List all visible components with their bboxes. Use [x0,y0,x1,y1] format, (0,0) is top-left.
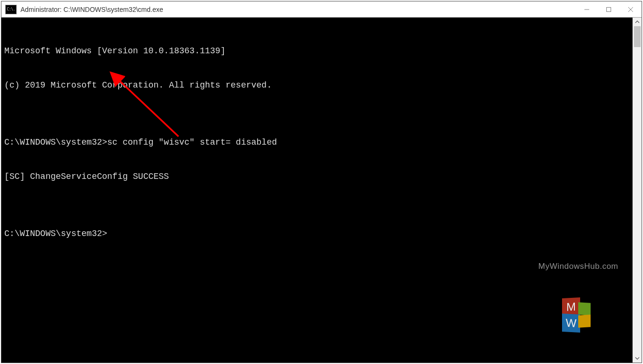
minimize-button[interactable] [576,1,598,18]
watermark-tile-m: M [562,297,580,316]
chevron-up-icon [635,20,640,24]
watermark: MyWindowsHub.com M W [538,238,618,353]
watermark-tile-w: W [562,314,580,333]
terminal-output[interactable]: Microsoft Windows [Version 10.0.18363.11… [1,18,633,363]
close-icon [628,7,633,12]
scrollbar-track[interactable] [633,26,642,354]
scrollbar-thumb[interactable] [634,26,641,47]
cmd-icon: C:\. [5,5,17,14]
terminal-line: C:\WINDOWS\system32>sc config "wisvc" st… [4,137,631,148]
maximize-button[interactable] [598,1,620,18]
watermark-tile-green [578,302,591,315]
client-area: Microsoft Windows [Version 10.0.18363.11… [1,18,642,363]
annotation-arrow [1,18,633,363]
cmd-window: C:\. Administrator: C:\WINDOWS\system32\… [1,1,642,363]
cmd-icon-glyph: C:\. [7,8,15,11]
terminal-line: C:\WINDOWS\system32> [4,228,631,239]
terminal-line: (c) 2019 Microsoft Corporation. All righ… [4,79,631,91]
minimize-icon [584,7,590,12]
chevron-down-icon [635,356,640,361]
watermark-logo: M W [562,298,594,330]
svg-rect-1 [607,7,611,11]
scroll-down-button[interactable] [633,354,642,363]
watermark-text: MyWindowsHub.com [538,261,618,272]
terminal-line: [SC] ChangeServiceConfig SUCCESS [4,171,631,182]
scroll-up-button[interactable] [633,18,642,26]
maximize-icon [606,7,612,12]
terminal-line: Microsoft Windows [Version 10.0.18363.11… [4,45,631,57]
watermark-tile-yellow [578,315,591,327]
vertical-scrollbar[interactable] [633,18,642,363]
titlebar[interactable]: C:\. Administrator: C:\WINDOWS\system32\… [1,1,642,18]
close-button[interactable] [620,1,642,18]
window-title: Administrator: C:\WINDOWS\system32\cmd.e… [20,6,163,13]
